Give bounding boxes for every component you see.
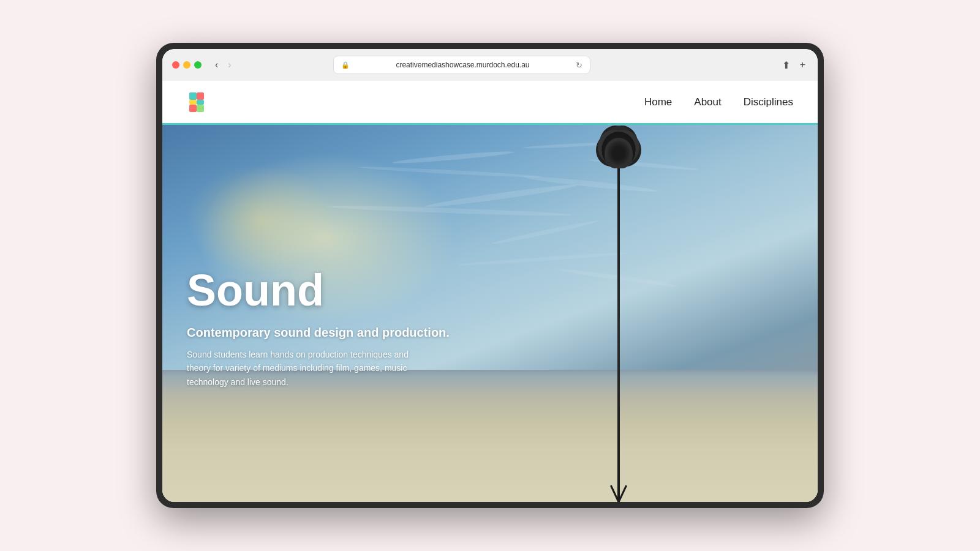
- hero-ground: [162, 370, 818, 502]
- traffic-lights: [172, 61, 202, 69]
- back-button[interactable]: ‹: [211, 58, 222, 72]
- svg-rect-4: [189, 105, 197, 112]
- cloud-wisp: [522, 141, 614, 149]
- svg-rect-3: [197, 100, 204, 105]
- close-button[interactable]: [172, 61, 179, 69]
- site-menu: Home About Disciplines: [644, 96, 793, 108]
- svg-rect-5: [197, 105, 204, 112]
- site-logo[interactable]: [187, 91, 206, 113]
- microphone-stand: [617, 144, 620, 502]
- svg-rect-2: [189, 100, 197, 105]
- svg-rect-0: [189, 92, 197, 100]
- share-button[interactable]: ⬆: [780, 57, 793, 73]
- website-content: Home About Disciplines: [162, 81, 818, 502]
- new-tab-button[interactable]: +: [797, 57, 808, 73]
- stand-leg: [618, 485, 627, 502]
- minimize-button[interactable]: [183, 61, 190, 69]
- browser-window: ‹ › 🔒 creativemediashowcase.murdoch.edu.…: [162, 49, 818, 502]
- hero-subtitle: Contemporary sound design and production…: [187, 324, 458, 340]
- cloud-wisp: [425, 182, 578, 210]
- browser-nav-buttons: ‹ ›: [211, 58, 235, 72]
- browser-actions: ⬆ +: [780, 57, 808, 73]
- nav-about[interactable]: About: [694, 96, 721, 108]
- hero-title: Sound: [187, 268, 458, 312]
- nav-disciplines[interactable]: Disciplines: [744, 96, 793, 108]
- svg-rect-1: [197, 92, 204, 100]
- reload-icon[interactable]: ↻: [576, 61, 582, 70]
- hero-text: Sound Contemporary sound design and prod…: [187, 268, 458, 389]
- url-text: creativemediashowcase.murdoch.edu.au: [353, 61, 572, 69]
- nav-home[interactable]: Home: [644, 96, 672, 108]
- cloud-wisp: [491, 219, 600, 246]
- cloud-wisp: [359, 165, 543, 179]
- cloud-wisp: [392, 150, 514, 165]
- lock-icon: 🔒: [341, 61, 350, 69]
- cloud-wisp: [556, 268, 677, 289]
- microphone-head: [605, 138, 633, 168]
- browser-chrome: ‹ › 🔒 creativemediashowcase.murdoch.edu.…: [162, 49, 818, 81]
- device-frame: ‹ › 🔒 creativemediashowcase.murdoch.edu.…: [156, 43, 824, 508]
- stand-legs: [594, 484, 643, 502]
- logo-icon: [187, 91, 206, 113]
- hero-description: Sound students learn hands on production…: [187, 348, 420, 389]
- hero-section: Sound Contemporary sound design and prod…: [162, 125, 818, 502]
- address-bar[interactable]: 🔒 creativemediashowcase.murdoch.edu.au ↻: [333, 56, 590, 74]
- cloud-wisp: [458, 251, 629, 267]
- site-nav: Home About Disciplines: [162, 81, 818, 125]
- forward-button[interactable]: ›: [224, 58, 235, 72]
- cloud-wisp: [326, 204, 571, 217]
- fullscreen-button[interactable]: [194, 61, 202, 69]
